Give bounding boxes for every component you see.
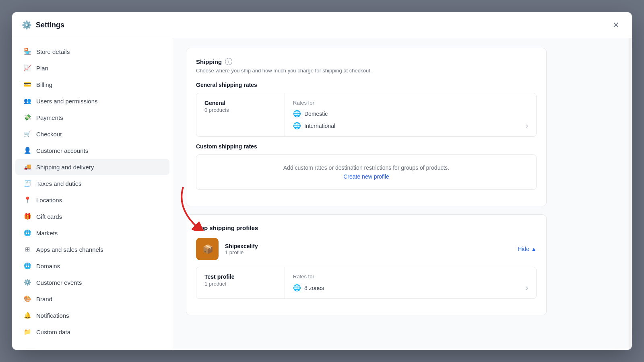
sidebar-item-notifications[interactable]: 🔔Notifications [15, 307, 169, 323]
notifications-icon: 🔔 [23, 311, 31, 319]
general-rate-card[interactable]: General 0 products Rates for 🌐 Domestic [196, 93, 537, 137]
international-label: International [304, 123, 335, 129]
sidebar-item-locations[interactable]: 📍Locations [15, 192, 169, 208]
settings-gear-icon: ⚙️ [22, 20, 32, 30]
shipping-section-card: Shipping i Choose where you ship and how… [186, 48, 547, 206]
custom-rates-card: Add custom rates or destination restrict… [196, 154, 537, 190]
settings-modal: ⚙️ Settings ✕ 🏪Store details📈Plan💳Billin… [12, 12, 632, 350]
sidebar-label-notifications: Notifications [36, 312, 69, 319]
sidebar-item-custom-data[interactable]: 📁Custom data [15, 324, 169, 340]
customer-accounts-icon: 👤 [23, 146, 31, 154]
brand-icon: 🎨 [23, 295, 31, 303]
app-icon: 📦 [196, 238, 219, 260]
sidebar-label-shipping-delivery: Shipping and delivery [36, 164, 94, 171]
shipexcelify-app-item: 📦 Shipexcelify 1 profile Hide ▲ [196, 238, 537, 260]
store-details-icon: 🏪 [23, 47, 31, 56]
sidebar-item-checkout[interactable]: 🛒Checkout [15, 126, 169, 142]
header-left: ⚙️ Settings [22, 20, 64, 30]
custom-rates-title: Custom shipping rates [196, 143, 537, 150]
sidebar-label-plan: Plan [36, 65, 48, 72]
rate-card-left: General 0 products [196, 93, 285, 136]
sidebar-item-shipping-delivery[interactable]: 🚚Shipping and delivery [15, 159, 169, 175]
sidebar-item-customer-accounts[interactable]: 👤Customer accounts [15, 142, 169, 158]
sidebar-item-markets[interactable]: 🌐Markets [15, 225, 169, 241]
app-info: Shipexcelify 1 profile [225, 243, 511, 255]
zones-label: 8 zones [304, 285, 324, 291]
sidebar-label-billing: Billing [36, 81, 52, 88]
custom-data-icon: 📁 [23, 328, 31, 336]
general-rates-title: General shipping rates [196, 82, 537, 88]
scrollbar[interactable] [629, 38, 632, 350]
sidebar-label-apps-sales-channels: Apps and sales channels [36, 246, 103, 253]
sidebar-label-gift-cards: Gift cards [36, 213, 62, 220]
payments-icon: 💸 [23, 113, 31, 121]
domestic-label: Domestic [304, 111, 328, 117]
hide-button[interactable]: Hide ▲ [518, 246, 537, 252]
taxes-duties-icon: 🧾 [23, 179, 31, 187]
sidebar-item-apps-sales-channels[interactable]: ⊞Apps and sales channels [15, 241, 169, 257]
test-profile-rates-for: Rates for [293, 274, 528, 280]
checkout-icon: 🛒 [23, 130, 31, 138]
zones-globe-icon: 🌐 [293, 284, 301, 292]
shipping-title: Shipping [196, 58, 222, 65]
gift-cards-icon: 🎁 [23, 212, 31, 220]
customer-events-icon: ⚙️ [23, 278, 31, 286]
app-name: Shipexcelify [225, 243, 511, 249]
custom-rates-placeholder: Add custom rates or destination restrict… [283, 165, 449, 171]
general-profile-title: General [204, 100, 277, 106]
locations-icon: 📍 [23, 196, 31, 204]
close-button[interactable]: ✕ [609, 19, 622, 31]
billing-icon: 💳 [23, 80, 31, 88]
main-content: Shipping i Choose where you ship and how… [173, 38, 629, 350]
users-permissions-icon: 👥 [23, 97, 31, 105]
shipping-description: Choose where you ship and how much you c… [196, 68, 537, 74]
sidebar-item-payments[interactable]: 💸Payments [15, 109, 169, 125]
test-profile-card[interactable]: Test profile 1 product Rates for 🌐 8 zon… [196, 267, 537, 299]
sidebar-label-custom-data: Custom data [36, 329, 70, 335]
create-new-profile-link[interactable]: Create new profile [206, 173, 526, 180]
sidebar-item-domains[interactable]: 🌐Domains [15, 258, 169, 274]
modal-title: Settings [36, 21, 64, 29]
rate-card-chevron: › [526, 121, 528, 130]
sidebar-label-users-permissions: Users and permissions [36, 98, 98, 105]
sidebar-label-brand: Brand [36, 296, 52, 302]
test-profile-zones-row: 🌐 8 zones › [293, 284, 528, 292]
app-profiles-title: App shipping profiles [196, 224, 537, 231]
test-profile-title: Test profile [204, 274, 277, 280]
sidebar-label-customer-accounts: Customer accounts [36, 147, 88, 154]
sidebar-item-customer-events[interactable]: ⚙️Customer events [15, 274, 169, 290]
svg-text:📦: 📦 [202, 244, 214, 255]
plan-icon: 📈 [23, 64, 31, 72]
sidebar-label-locations: Locations [36, 197, 62, 204]
test-profile-chevron: › [526, 284, 528, 292]
domains-icon: 🌐 [23, 262, 31, 270]
sidebar-item-brand[interactable]: 🎨Brand [15, 291, 169, 307]
modal-header: ⚙️ Settings ✕ [12, 12, 632, 38]
info-icon[interactable]: i [225, 58, 232, 65]
sidebar-item-taxes-duties[interactable]: 🧾Taxes and duties [15, 175, 169, 191]
test-profile-right: Rates for 🌐 8 zones › [285, 267, 536, 298]
hide-label: Hide [518, 246, 529, 252]
app-profiles-count: 1 profile [225, 249, 511, 255]
sidebar-item-plan[interactable]: 📈Plan [15, 60, 169, 76]
sidebar-item-billing[interactable]: 💳Billing [15, 76, 169, 93]
domestic-globe-icon: 🌐 [293, 110, 301, 117]
apps-sales-channels-icon: ⊞ [23, 245, 31, 253]
app-icon-svg: 📦 [199, 241, 215, 257]
sidebar: 🏪Store details📈Plan💳Billing👥Users and pe… [12, 38, 173, 350]
sidebar-label-customer-events: Customer events [36, 279, 82, 286]
test-profile-product-count: 1 product [204, 281, 277, 287]
sidebar-label-payments: Payments [36, 114, 63, 121]
domestic-rate-row: 🌐 Domestic [293, 110, 528, 117]
app-profiles-section: App shipping profiles 📦 Shipexcelify 1 p… [186, 214, 547, 315]
shipping-delivery-icon: 🚚 [23, 163, 31, 171]
sidebar-item-users-permissions[interactable]: 👥Users and permissions [15, 93, 169, 109]
sidebar-label-taxes-duties: Taxes and duties [36, 180, 82, 187]
test-profile-left: Test profile 1 product [196, 267, 285, 298]
sidebar-item-store-details[interactable]: 🏪Store details [15, 43, 169, 60]
sidebar-label-markets: Markets [36, 230, 58, 237]
rates-for-label: Rates for [293, 100, 528, 106]
general-profile-products: 0 products [204, 107, 277, 113]
chevron-up-icon: ▲ [531, 246, 537, 252]
sidebar-item-gift-cards[interactable]: 🎁Gift cards [15, 208, 169, 224]
